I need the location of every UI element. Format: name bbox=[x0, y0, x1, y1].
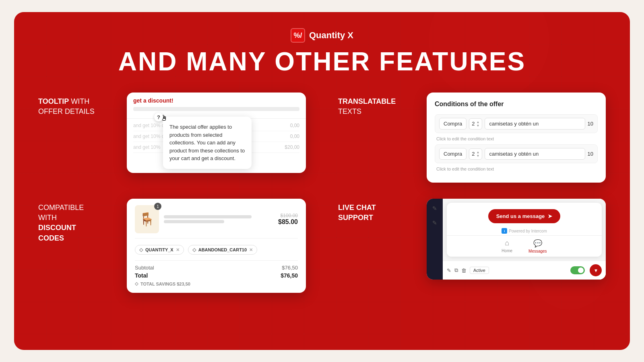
cond1-suffix: 10 bbox=[588, 121, 593, 127]
cart-totals: Subtotal $76,50 Total $76,50 ◇ TOTAL SAV… bbox=[135, 260, 298, 286]
price-discounted: $85.00 bbox=[278, 218, 298, 226]
sidebar-icon-1: ✎ bbox=[432, 205, 437, 212]
subtotal-row: Subtotal $76,50 bbox=[135, 265, 298, 271]
total-value: $76,50 bbox=[281, 272, 298, 279]
feature-discount: COMPATIBLEWITH DISCOUNTCODES 🪑 1 bbox=[38, 199, 306, 293]
subtotal-value: $76,50 bbox=[282, 265, 298, 271]
nav-home[interactable]: ⌂ Home bbox=[502, 239, 512, 253]
brand-row: %/ Quantity X bbox=[291, 28, 353, 43]
chevron-down-btn[interactable]: ▾ bbox=[590, 264, 602, 276]
feature-translatable: TRANSLATABLETEXTS Conditions of the offe… bbox=[338, 93, 606, 183]
discount-label: COMPATIBLEWITH DISCOUNTCODES bbox=[38, 199, 119, 243]
tag1-label: QUANTITY_X bbox=[145, 247, 173, 252]
row3-price: $20,00 bbox=[285, 144, 299, 150]
header: %/ Quantity X AND MANY OTHER FEATURES bbox=[38, 28, 606, 76]
feature-tooltip: TOOLTIP WITHOFFER DETAILS get a discount… bbox=[38, 93, 306, 183]
price-original: $100.00 bbox=[278, 213, 298, 218]
powered-by: i Powered by Intercom bbox=[447, 226, 602, 235]
discount-label-bold: DISCOUNTCODES bbox=[38, 223, 119, 243]
chat-window: Send us a message ➤ i Powered by Interco… bbox=[447, 203, 602, 257]
conditions-card: Conditions of the offer Compra 2 ▲ ▼ cam… bbox=[427, 93, 606, 183]
chat-main: Send us a message ➤ i Powered by Interco… bbox=[443, 199, 606, 280]
send-btn-label: Send us a message bbox=[496, 213, 545, 219]
sidebar-icon-2: ✎ bbox=[432, 220, 437, 226]
chat-bottom-nav: ⌂ Home 💬 Messages bbox=[447, 235, 602, 257]
savings-icon: ◇ bbox=[135, 281, 138, 286]
cond2-number-val: 2 bbox=[472, 151, 475, 157]
total-label: Total bbox=[135, 272, 148, 279]
tooltip-label-bold: TOOLTIP bbox=[38, 97, 69, 105]
active-toggle[interactable] bbox=[570, 266, 585, 274]
conditions-title: Conditions of the offer bbox=[435, 101, 598, 108]
get-discount-text: get a discount! bbox=[133, 97, 299, 104]
chevron-down-icon: ▾ bbox=[594, 267, 597, 274]
cond1-hint: Click to edit the condition text bbox=[435, 136, 598, 144]
tag1-remove[interactable]: ✕ bbox=[176, 247, 180, 253]
cond2-field: Compra bbox=[439, 148, 466, 160]
home-label: Home bbox=[502, 249, 512, 253]
tooltip-card: get a discount! and get 10% off all all … bbox=[127, 93, 306, 173]
savings-row: ◇ TOTAL SAVINGS $23,50 bbox=[135, 281, 298, 286]
cond2-arrows: ▲ ▼ bbox=[476, 150, 479, 158]
tag2-label: ABANDONED_CART10 bbox=[198, 247, 247, 252]
messages-icon: 💬 bbox=[533, 239, 542, 248]
powered-by-text: Powered by Intercom bbox=[509, 229, 547, 233]
cart-item: 🪑 1 $100.00 $85.00 bbox=[135, 205, 298, 239]
chat-sidebar: ✎ ✎ bbox=[427, 199, 443, 280]
item-line-bar-1 bbox=[164, 215, 252, 218]
tooltip-question-icon: ? bbox=[154, 113, 163, 121]
page-title: AND MANY OTHER FEATURES bbox=[118, 47, 526, 76]
cond2-number: 2 ▲ ▼ bbox=[469, 148, 482, 160]
tag2-remove[interactable]: ✕ bbox=[249, 247, 253, 253]
features-grid: TOOLTIP WITHOFFER DETAILS get a discount… bbox=[38, 93, 606, 293]
chat-card: ✎ ✎ Send us a message ➤ i Powered by Int… bbox=[427, 199, 606, 280]
cond2-suffix: 10 bbox=[588, 151, 593, 157]
item-line-bar-2 bbox=[164, 220, 224, 223]
active-badge: Active bbox=[470, 267, 489, 274]
send-arrow-icon: ➤ bbox=[548, 213, 552, 219]
nav-messages[interactable]: 💬 Messages bbox=[528, 239, 547, 253]
qty-badge: 1 bbox=[154, 203, 161, 210]
send-message-btn[interactable]: Send us a message ➤ bbox=[488, 209, 561, 223]
tag1-icon: ◇ bbox=[139, 247, 143, 253]
cond1-field: Compra bbox=[439, 118, 466, 130]
tag-quantity-x[interactable]: ◇ QUANTITY_X ✕ bbox=[135, 245, 184, 255]
main-container: %/ Quantity X AND MANY OTHER FEATURES TO… bbox=[14, 12, 630, 350]
tooltip-popup-text: The special offer applies to products fr… bbox=[169, 124, 245, 161]
condition-row-1: Compra 2 ▲ ▼ camisetas y obtén un 10 bbox=[435, 114, 598, 133]
cond1-number-val: 2 bbox=[472, 121, 475, 127]
item-details bbox=[164, 215, 273, 223]
home-icon: ⌂ bbox=[505, 239, 509, 247]
savings-label: TOTAL SAVINGS $23,50 bbox=[140, 282, 190, 286]
tag2-icon: ◇ bbox=[192, 247, 196, 253]
cond1-arrows: ▲ ▼ bbox=[476, 120, 479, 128]
edit-icon[interactable]: ✎ bbox=[447, 267, 451, 274]
row2-price: 0,00 bbox=[290, 134, 299, 139]
blur-line-1 bbox=[133, 107, 299, 111]
chat-actions-bar: ✎ ⧉ 🗑 Active ▾ bbox=[443, 261, 606, 280]
livechat-label-bold: LIVE CHATSUPPORT bbox=[338, 203, 419, 223]
livechat-label: LIVE CHATSUPPORT bbox=[338, 199, 419, 223]
brand-icon-symbol: %/ bbox=[293, 31, 302, 40]
chair-image: 🪑 1 bbox=[135, 205, 159, 233]
intercom-logo: i bbox=[502, 228, 507, 234]
translatable-label-bold: TRANSLATABLE bbox=[338, 97, 396, 105]
condition-row-2: Compra 2 ▲ ▼ camisetas y obtén un 10 bbox=[435, 144, 598, 163]
item-lines bbox=[164, 215, 273, 223]
translatable-label: TRANSLATABLETEXTS bbox=[338, 93, 419, 117]
cond1-number: 2 ▲ ▼ bbox=[469, 118, 482, 130]
tag-abandoned-cart[interactable]: ◇ ABANDONED_CART10 ✕ bbox=[188, 245, 257, 255]
tooltip-popup: The special offer applies to products fr… bbox=[163, 117, 252, 169]
cond2-hint: Click to edit the condition text bbox=[435, 166, 598, 175]
total-row: Total $76,50 bbox=[135, 272, 298, 279]
subtotal-label: Subtotal bbox=[135, 265, 154, 271]
brand-name: Quantity X bbox=[309, 30, 353, 41]
cond2-text: camisetas y obtén un bbox=[485, 148, 585, 160]
delete-icon[interactable]: 🗑 bbox=[461, 267, 466, 274]
duplicate-icon[interactable]: ⧉ bbox=[454, 267, 458, 274]
item-prices: $100.00 $85.00 bbox=[278, 213, 298, 226]
tooltip-blurred-section: get a discount! bbox=[127, 93, 306, 119]
row1-price: 0,00 bbox=[290, 123, 299, 128]
cond1-text: camisetas y obtén un bbox=[485, 118, 585, 130]
discount-tags: ◇ QUANTITY_X ✕ ◇ ABANDONED_CART10 ✕ bbox=[135, 245, 298, 255]
